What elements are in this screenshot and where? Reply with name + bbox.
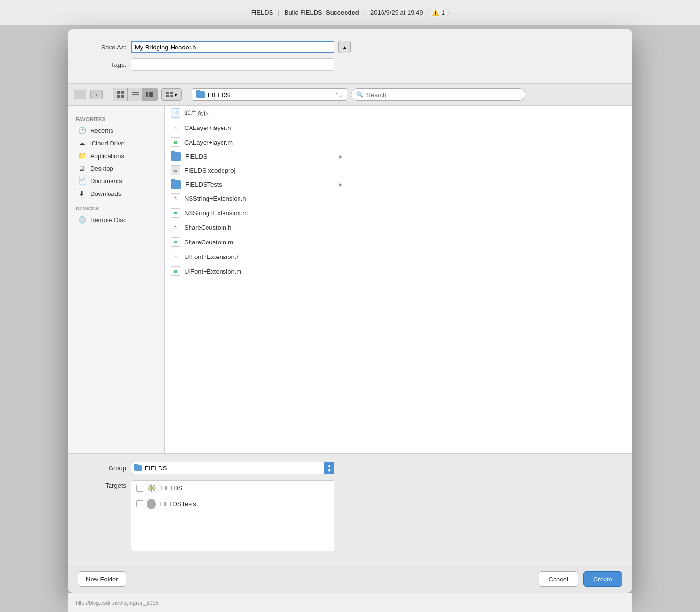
svg-rect-2 (117, 95, 120, 98)
sidebar-item-desktop[interactable]: 🖥 Desktop (70, 162, 162, 175)
title-bar-content: FIELDS | Build FIELDS: Succeeded | 2016/… (251, 8, 449, 17)
sidebar-item-remote-disc[interactable]: 💿 Remote Disc (70, 213, 162, 226)
shield-icon (147, 499, 156, 509)
list-item[interactable]: h ShareCoustom.h (165, 220, 349, 235)
preview-pane (349, 106, 620, 453)
chevron-icon: ▶ (339, 182, 343, 187)
title-bar: FIELDS | Build FIELDS: Succeeded | 2016/… (0, 0, 700, 25)
dialog-bottom: Group FIELDS ▲ ▼ Targets ✳️ FIELDS (68, 453, 632, 565)
sidebar-item-documents[interactable]: 📄 Documents (70, 175, 162, 187)
timestamp: 2016/9/29 at 19:49 (370, 9, 423, 16)
target-name: FIELDSTests (159, 500, 196, 508)
column-view-button[interactable] (143, 88, 157, 101)
m-file-icon: m (171, 266, 180, 276)
list-item[interactable]: 📄 账户充值 (165, 106, 349, 120)
warning-badge[interactable]: ⚠️ 1 (428, 8, 449, 17)
expand-button[interactable]: ▲ (338, 41, 351, 53)
group-label: Group (87, 465, 126, 472)
chevron-icon: ▶ (339, 154, 343, 159)
svg-rect-13 (170, 95, 173, 97)
svg-rect-8 (149, 92, 151, 97)
icloud-icon: ☁ (78, 139, 86, 147)
sep2: | (364, 9, 366, 16)
fields-target-checkbox[interactable] (136, 485, 143, 492)
group-folder-icon (134, 465, 142, 471)
sep1: | (278, 9, 279, 16)
doc-icon: 📄 (171, 108, 180, 118)
remote-disc-icon: 💿 (78, 215, 86, 224)
toolbar-sep2 (187, 90, 187, 99)
back-button[interactable]: ‹ (74, 90, 86, 99)
applications-label: Applications (90, 152, 124, 160)
file-name: CALayer+layer.m (184, 139, 343, 146)
list-item[interactable]: h UIFont+Extension.h (165, 249, 349, 264)
list-item[interactable]: xp FIELDS.xcodeproj (165, 163, 349, 177)
search-input[interactable] (366, 91, 520, 98)
h-file-icon: h (171, 223, 180, 232)
search-box[interactable]: 🔍 (351, 88, 525, 101)
list-view-button[interactable] (128, 88, 143, 101)
svg-rect-0 (117, 91, 120, 94)
m-file-icon: m (171, 137, 180, 147)
targets-row: Targets ✳️ FIELDS FIELDSTests (87, 480, 613, 551)
cancel-button[interactable]: Cancel (539, 571, 578, 587)
sidebar-item-recents[interactable]: 🕐 Recents (70, 124, 162, 137)
list-item[interactable]: h NSString+Extension.h (165, 191, 349, 206)
group-dropdown-arrow: ▲ ▼ (324, 462, 334, 474)
search-icon: 🔍 (356, 91, 364, 98)
recents-icon: 🕐 (78, 126, 86, 135)
filename-input[interactable] (131, 41, 334, 53)
sidebar-item-icloud[interactable]: ☁ iCloud Drive (70, 137, 162, 149)
documents-icon: 📄 (78, 177, 86, 185)
h-file-icon: h (171, 252, 180, 261)
fieldstests-target-checkbox[interactable] (136, 500, 143, 507)
remote-disc-label: Remote Disc (90, 216, 126, 224)
m-file-icon: m (171, 237, 180, 247)
list-item[interactable]: m CALayer+layer.m (165, 135, 349, 149)
xcode-app-icon: ✳️ (147, 483, 157, 493)
file-name: UIFont+Extension.m (184, 268, 343, 275)
sidebar-item-downloads[interactable]: ⬇ Downloads (70, 187, 162, 200)
list-item[interactable]: m UIFont+Extension.m (165, 264, 349, 278)
svg-rect-11 (170, 92, 173, 94)
tags-input[interactable] (131, 58, 334, 71)
forward-button[interactable]: › (90, 90, 103, 99)
new-folder-button[interactable]: New Folder (78, 571, 126, 587)
create-button[interactable]: Create (583, 571, 622, 587)
save-dialog: Save As: ▲ Tags: ‹ › ▾ (68, 29, 632, 593)
toolbar-separator (108, 90, 108, 99)
arrange-button[interactable]: ▾ (161, 88, 182, 101)
m-file-icon: m (171, 208, 180, 218)
sidebar-item-applications[interactable]: 📁 Applications (70, 149, 162, 162)
svg-rect-5 (132, 94, 139, 95)
toolbar: ‹ › ▾ FIELDS ⌃⌄ 🔍 (68, 84, 632, 106)
target-item-fields[interactable]: ✳️ FIELDS (131, 481, 334, 496)
dialog-header: Save As: ▲ Tags: (68, 29, 632, 84)
footer-actions: Cancel Create (539, 571, 623, 587)
svg-rect-6 (132, 97, 139, 97)
documents-label: Documents (90, 177, 122, 185)
icon-view-button[interactable] (113, 88, 128, 101)
file-name: UIFont+Extension.h (184, 253, 343, 260)
svg-rect-3 (121, 95, 124, 98)
target-item-fieldstests[interactable]: FIELDSTests (131, 496, 334, 512)
group-dropdown[interactable]: FIELDS ▲ ▼ (131, 462, 334, 474)
list-item[interactable]: FIELDS ▶ (165, 149, 349, 163)
file-name: NSString+Extension.m (184, 209, 343, 217)
desktop-icon: 🖥 (78, 164, 86, 173)
arrange-arrow-icon: ▾ (175, 91, 177, 98)
applications-icon: 📁 (78, 151, 86, 160)
svg-text:xp: xp (173, 169, 177, 173)
save-as-row: Save As: ▲ (87, 41, 613, 53)
targets-empty-space (131, 512, 334, 551)
build-status: Build FIELDS: Succeeded (285, 9, 359, 16)
list-item[interactable]: h CALayer+layer.h (165, 120, 349, 135)
list-item[interactable]: m NSString+Extension.m (165, 206, 349, 220)
location-dropdown[interactable]: FIELDS ⌃⌄ (192, 88, 347, 101)
recents-label: Recents (90, 127, 113, 134)
devices-section-label: DEVICES (68, 204, 164, 213)
group-value: FIELDS (145, 465, 167, 472)
list-item[interactable]: m ShareCoustom.m (165, 235, 349, 249)
downloads-label: Downloads (90, 190, 121, 197)
list-item[interactable]: FIELDSTests ▶ (165, 177, 349, 191)
